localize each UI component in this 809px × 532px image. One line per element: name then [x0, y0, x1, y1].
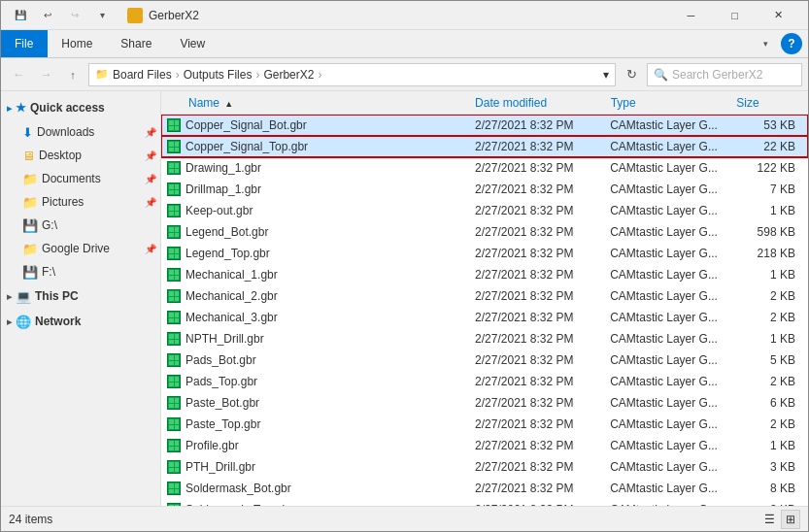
table-row[interactable]: Paste_Bot.gbr2/27/2021 8:32 PMCAMtastic …	[161, 392, 808, 414]
table-row[interactable]: Copper_Signal_Top.gbr2/27/2021 8:32 PMCA…	[161, 136, 808, 157]
file-name: Mechanical_2.gbr	[185, 289, 475, 303]
file-icon	[166, 139, 182, 154]
sidebar-item-g-drive[interactable]: 💾 G:\	[1, 214, 160, 237]
file-size: 1 KB	[735, 268, 803, 282]
help-button[interactable]: ?	[781, 33, 802, 54]
sidebar-item-f-drive[interactable]: 💾 F:\	[1, 260, 160, 283]
list-view-button[interactable]: ⊞	[781, 510, 800, 529]
chevron-right-icon-pc: ▸	[7, 291, 12, 302]
sidebar-label-google-drive: Google Drive	[42, 242, 110, 255]
breadcrumb-sep2: ›	[255, 68, 259, 82]
undo-btn[interactable]: ↩	[36, 4, 59, 27]
details-view-button[interactable]: ☰	[759, 510, 779, 529]
table-row[interactable]: NPTH_Drill.gbr2/27/2021 8:32 PMCAMtastic…	[161, 328, 808, 349]
tab-file[interactable]: File	[1, 30, 48, 57]
file-size: 1 KB	[735, 204, 803, 217]
table-row[interactable]: Copper_Signal_Bot.gbr2/27/2021 8:32 PMCA…	[161, 115, 808, 136]
file-name: Pads_Bot.gbr	[185, 353, 475, 367]
tab-home[interactable]: Home	[48, 30, 107, 57]
file-name: Paste_Bot.gbr	[185, 396, 475, 410]
file-size: 5 KB	[735, 353, 803, 367]
breadcrumb-sep3: ›	[318, 68, 321, 82]
table-row[interactable]: PTH_Drill.gbr2/27/2021 8:32 PMCAMtastic …	[161, 456, 808, 478]
file-name: PTH_Drill.gbr	[185, 460, 475, 474]
sidebar-label-downloads: Downloads	[37, 125, 94, 139]
pin-icon-downloads: 📌	[145, 127, 156, 138]
sidebar-section-network[interactable]: ▸ 🌐 Network	[1, 309, 160, 334]
table-row[interactable]: Legend_Bot.gbr2/27/2021 8:32 PMCAMtastic…	[161, 221, 808, 243]
properties-btn[interactable]: ▾	[90, 4, 114, 27]
col-header-size[interactable]: Size	[736, 96, 804, 110]
file-icon	[166, 203, 182, 218]
tab-share[interactable]: Share	[107, 30, 166, 57]
table-row[interactable]: Soldermask_Top.gbr2/27/2021 8:32 PMCAMta…	[161, 499, 808, 506]
file-type: CAMtastic Layer G...	[610, 353, 735, 367]
table-row[interactable]: Paste_Top.gbr2/27/2021 8:32 PMCAMtastic …	[161, 414, 808, 435]
table-row[interactable]: Mechanical_1.gbr2/27/2021 8:32 PMCAMtast…	[161, 264, 808, 285]
file-size: 218 KB	[735, 247, 803, 260]
col-header-name[interactable]: Name ▲	[165, 96, 475, 110]
main-area: ▸ ★ Quick access ⬇ Downloads 📌 🖥 Desktop…	[1, 91, 808, 506]
breadcrumb-part1: Board Files	[113, 68, 172, 82]
breadcrumb-part3: GerberX2	[263, 68, 314, 82]
ribbon: File Home Share View ▾ ?	[1, 30, 808, 58]
sidebar-label-g-drive: G:\	[42, 218, 57, 232]
file-size: 6 KB	[735, 396, 803, 410]
search-box[interactable]: 🔍 Search GerberX2	[647, 63, 802, 86]
sidebar-item-google-drive[interactable]: 📁 Google Drive 📌	[1, 237, 160, 260]
address-bar[interactable]: 📁 Board Files › Outputs Files › GerberX2…	[88, 63, 616, 86]
up-button[interactable]: ↑	[61, 63, 84, 86]
sidebar-section-quick-access[interactable]: ▸ ★ Quick access	[1, 95, 160, 120]
pin-icon-desktop: 📌	[145, 150, 156, 161]
chevron-down-icon: ▸	[7, 103, 12, 114]
minimize-button[interactable]: ─	[669, 1, 713, 30]
close-button[interactable]: ✕	[757, 1, 800, 30]
table-row[interactable]: Pads_Bot.gbr2/27/2021 8:32 PMCAMtastic L…	[161, 349, 808, 371]
file-size: 122 KB	[735, 161, 803, 175]
sidebar-item-downloads[interactable]: ⬇ Downloads 📌	[1, 120, 160, 144]
ribbon-collapse-btn[interactable]: ▾	[754, 32, 777, 55]
view-controls: ☰ ⊞	[759, 510, 800, 529]
table-row[interactable]: Soldermask_Bot.gbr2/27/2021 8:32 PMCAMta…	[161, 478, 808, 499]
table-row[interactable]: Mechanical_2.gbr2/27/2021 8:32 PMCAMtast…	[161, 285, 808, 307]
redo-btn[interactable]: ↪	[63, 4, 86, 27]
file-name: Legend_Top.gbr	[185, 247, 475, 260]
col-header-date[interactable]: Date modified	[475, 96, 611, 110]
sort-arrow: ▲	[224, 99, 233, 109]
col-header-type[interactable]: Type	[611, 96, 737, 110]
table-row[interactable]: Drawing_1.gbr2/27/2021 8:32 PMCAMtastic …	[161, 157, 808, 179]
maximize-button[interactable]: □	[713, 1, 757, 30]
file-name: Pads_Top.gbr	[185, 375, 475, 388]
sidebar-item-pictures[interactable]: 📁 Pictures 📌	[1, 190, 160, 214]
refresh-button[interactable]: ↻	[620, 63, 643, 86]
window-controls: ─ □ ✕	[669, 1, 800, 30]
table-row[interactable]: Drillmap_1.gbr2/27/2021 8:32 PMCAMtastic…	[161, 179, 808, 200]
table-row[interactable]: Legend_Top.gbr2/27/2021 8:32 PMCAMtastic…	[161, 243, 808, 264]
forward-button[interactable]: →	[34, 63, 57, 86]
quick-access-toolbar: 💾 ↩ ↪ ▾	[9, 4, 114, 27]
back-button[interactable]: ←	[7, 63, 30, 86]
file-name: Legend_Bot.gbr	[185, 225, 475, 239]
file-list: Copper_Signal_Bot.gbr2/27/2021 8:32 PMCA…	[161, 115, 808, 506]
breadcrumb-sep1: ›	[176, 68, 180, 82]
table-row[interactable]: Profile.gbr2/27/2021 8:32 PMCAMtastic La…	[161, 435, 808, 456]
address-dropdown-btn[interactable]: ▾	[603, 68, 609, 82]
file-icon	[166, 224, 182, 240]
table-row[interactable]: Mechanical_3.gbr2/27/2021 8:32 PMCAMtast…	[161, 307, 808, 328]
file-icon	[166, 481, 182, 496]
file-name: Copper_Signal_Top.gbr	[185, 140, 475, 153]
sidebar-item-desktop[interactable]: 🖥 Desktop 📌	[1, 144, 160, 167]
file-icon	[166, 352, 182, 368]
table-row[interactable]: Pads_Top.gbr2/27/2021 8:32 PMCAMtastic L…	[161, 371, 808, 392]
file-type: CAMtastic Layer G...	[610, 183, 735, 196]
tab-view[interactable]: View	[166, 30, 219, 57]
chevron-right-icon-net: ▸	[7, 316, 12, 327]
save-btn[interactable]: 💾	[9, 4, 32, 27]
sidebar-item-documents[interactable]: 📁 Documents 📌	[1, 167, 160, 190]
file-date: 2/27/2021 8:32 PM	[475, 183, 610, 196]
sidebar-item-label-quick-access: Quick access	[30, 101, 105, 115]
sidebar-section-this-pc[interactable]: ▸ 💻 This PC	[1, 283, 160, 309]
status-bar: 24 items ☰ ⊞	[1, 506, 808, 531]
file-icon	[166, 374, 182, 389]
table-row[interactable]: Keep-out.gbr2/27/2021 8:32 PMCAMtastic L…	[161, 200, 808, 221]
